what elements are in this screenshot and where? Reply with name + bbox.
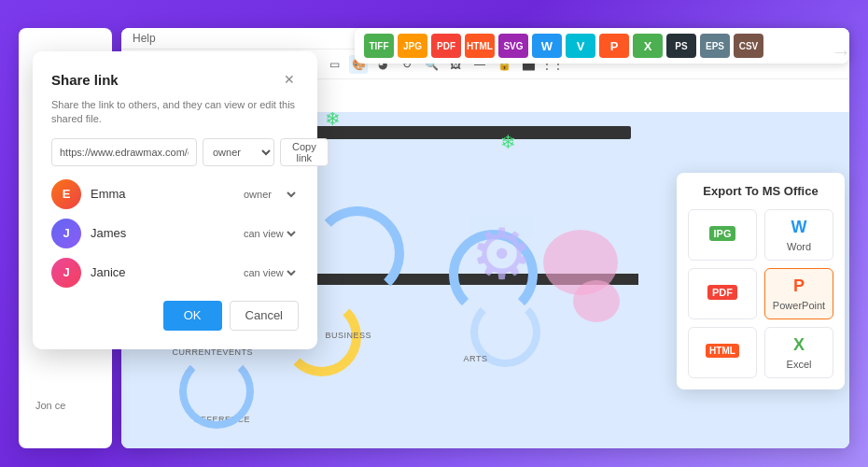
url-row: owner can view can edit Copy link [51, 138, 299, 166]
export-excel[interactable]: X Excel [764, 327, 833, 378]
avatar-james: J [51, 219, 81, 248]
ok-button[interactable]: OK [163, 301, 222, 331]
role-select-janice[interactable]: can view owner can edit [240, 266, 299, 279]
svg-button[interactable]: SVG [498, 34, 528, 58]
excel-button[interactable]: X [633, 34, 663, 58]
pdf-button[interactable]: PDF [431, 34, 461, 58]
jpg-button[interactable]: JPG [398, 34, 427, 58]
html-icon: HTML [706, 344, 739, 358]
export-html[interactable]: HTML [688, 327, 757, 378]
eps-button[interactable]: EPS [700, 34, 730, 58]
ppt-label: PowerPoint [773, 300, 825, 311]
export-word[interactable]: W Word [764, 209, 833, 261]
html-button[interactable]: HTML [465, 34, 495, 58]
dialog-title: Share link [51, 72, 119, 88]
word-icon: W [791, 218, 807, 237]
arc-business-1 [311, 206, 404, 300]
ps-button[interactable]: PS [666, 34, 696, 58]
url-input[interactable] [51, 138, 197, 166]
label-business: BUSINESS [325, 331, 371, 340]
export-grid: IPG W Word PDF P PowerPoint HTML X Excel [688, 209, 833, 378]
arrow-indicator: ← [831, 40, 851, 64]
word-label: Word [787, 241, 811, 252]
format-toolbar: TIFF JPG PDF HTML SVG W V P X PS EPS CSV [355, 28, 849, 64]
dialog-description: Share the link to others, and they can v… [51, 98, 299, 127]
export-panel: Export To MS Office IPG W Word PDF P Pow… [677, 173, 845, 389]
ppt-button[interactable]: P [599, 34, 629, 58]
user-name-janice: Janice [91, 265, 231, 279]
export-ipg[interactable]: IPG [688, 209, 757, 261]
avatar-emma: E [51, 179, 81, 209]
gear-shape: ⚙ [470, 219, 533, 290]
tiff-button[interactable]: TIFF [364, 34, 394, 58]
pink-blob-2 [573, 280, 620, 322]
user-row-janice: J Janice can view owner can edit [51, 258, 299, 288]
excel-label: Excel [787, 359, 812, 370]
ipg-icon: IPG [709, 226, 736, 241]
dialog-actions: OK Cancel [51, 301, 299, 331]
role-select-james[interactable]: can view owner can edit [240, 227, 299, 240]
role-select-emma[interactable]: owner can view can edit [240, 188, 299, 201]
pdf-icon: PDF [707, 285, 737, 300]
word-button[interactable]: W [532, 34, 562, 58]
export-title: Export To MS Office [688, 184, 833, 198]
user-indicator: Jon ce [35, 400, 65, 411]
avatar-janice: J [51, 258, 81, 288]
export-ppt[interactable]: P PowerPoint [764, 268, 833, 319]
close-button[interactable]: ✕ [280, 70, 299, 89]
user-name-emma: Emma [91, 187, 231, 201]
share-dialog: Share link ✕ Share the link to others, a… [33, 51, 317, 349]
square-tool[interactable]: ▭ [325, 55, 343, 74]
cancel-button[interactable]: Cancel [230, 301, 299, 331]
user-name-james: James [91, 226, 231, 240]
csv-button[interactable]: CSV [734, 34, 763, 58]
help-label: Help [133, 32, 156, 45]
snowflake-3: ❄ [500, 131, 516, 153]
export-pdf[interactable]: PDF [688, 268, 757, 319]
snowflake-2: ❄ [325, 112, 341, 130]
visio-button[interactable]: V [566, 34, 595, 58]
copy-link-button[interactable]: Copy link [280, 138, 329, 166]
user-row-james: J James can view owner can edit [51, 219, 299, 248]
ppt-icon: P [793, 276, 805, 296]
user-name-label: Jon ce [35, 400, 65, 411]
dialog-header: Share link ✕ [51, 70, 299, 89]
label-arts: ARTS [464, 354, 488, 363]
excel-icon: X [793, 335, 805, 355]
user-row-emma: E Emma owner can view can edit [51, 179, 299, 209]
permission-select[interactable]: owner can view can edit [203, 138, 274, 166]
